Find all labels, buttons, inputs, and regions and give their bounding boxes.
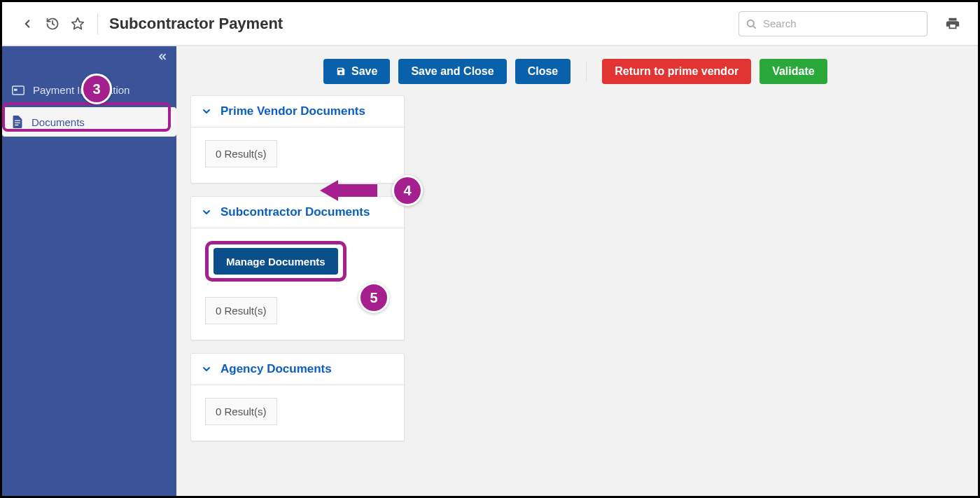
history-icon: [46, 17, 59, 31]
chevron-down-icon: [201, 106, 212, 117]
history-button[interactable]: [40, 11, 65, 36]
sidebar-item-label: Payment Information: [33, 84, 130, 96]
sidebar-collapse-button[interactable]: [154, 48, 171, 65]
chevron-down-icon: [201, 207, 212, 218]
panel-title-sub: Subcontractor Documents: [220, 205, 370, 219]
sidebar-item-label: Documents: [31, 116, 85, 128]
chevron-down-icon: [201, 364, 212, 375]
search-icon: [746, 18, 757, 29]
header-divider: [97, 13, 98, 34]
search-wrap: [738, 11, 927, 36]
panel-prime-vendor-documents: Prime Vendor Documents 0 Result(s): [190, 95, 405, 184]
save-button[interactable]: Save: [323, 59, 390, 84]
document-icon: [12, 116, 23, 128]
double-chevron-left-icon: [157, 51, 168, 62]
validate-button-label: Validate: [772, 65, 814, 78]
prime-result-count: 0 Result(s): [205, 140, 277, 167]
svg-marker-2: [72, 18, 84, 29]
star-icon: [71, 17, 85, 31]
svg-line-4: [753, 26, 755, 28]
payment-icon: [12, 85, 24, 95]
print-icon: [945, 16, 960, 32]
panel-title-agency: Agency Documents: [220, 362, 332, 376]
return-prime-button[interactable]: Return to prime vendor: [602, 59, 751, 84]
top-header: Subcontractor Payment: [2, 2, 978, 46]
panel-title-prime: Prime Vendor Documents: [220, 104, 365, 118]
svg-line-1: [52, 24, 55, 25]
print-button[interactable]: [940, 11, 965, 36]
panel-header-sub[interactable]: Subcontractor Documents: [191, 197, 404, 228]
page-title: Subcontractor Payment: [109, 15, 283, 33]
save-button-label: Save: [351, 65, 377, 78]
sub-result-count: 0 Result(s): [205, 297, 277, 324]
save-close-button-label: Save and Close: [411, 65, 493, 78]
close-button[interactable]: Close: [515, 59, 571, 84]
panel-header-agency[interactable]: Agency Documents: [191, 354, 404, 385]
annotation-highlight-manage: Manage Documents: [205, 241, 346, 282]
panel-subcontractor-documents: Subcontractor Documents Manage Documents…: [190, 196, 405, 340]
manage-documents-label: Manage Documents: [226, 256, 326, 268]
panel-header-prime[interactable]: Prime Vendor Documents: [191, 96, 404, 127]
sidebar-item-documents[interactable]: Documents: [2, 107, 176, 137]
sidebar-item-payment-information[interactable]: Payment Information: [2, 76, 176, 104]
main-content: Save Save and Close Close Return to prim…: [176, 46, 978, 496]
save-close-button[interactable]: Save and Close: [398, 59, 506, 84]
chevron-left-icon: [21, 18, 34, 30]
validate-button[interactable]: Validate: [760, 59, 827, 84]
agency-result-count: 0 Result(s): [205, 398, 277, 425]
panel-agency-documents: Agency Documents 0 Result(s): [190, 353, 405, 441]
action-bar: Save Save and Close Close Return to prim…: [190, 56, 964, 95]
search-input[interactable]: [738, 11, 927, 36]
favorite-button[interactable]: [65, 11, 90, 36]
svg-rect-6: [14, 88, 18, 90]
manage-documents-button[interactable]: Manage Documents: [214, 248, 338, 275]
save-icon: [336, 67, 346, 76]
close-button-label: Close: [528, 65, 559, 78]
return-prime-button-label: Return to prime vendor: [615, 65, 738, 78]
sidebar: Payment Information Documents: [2, 46, 176, 496]
action-bar-divider: [586, 62, 587, 81]
back-button[interactable]: [15, 11, 40, 36]
